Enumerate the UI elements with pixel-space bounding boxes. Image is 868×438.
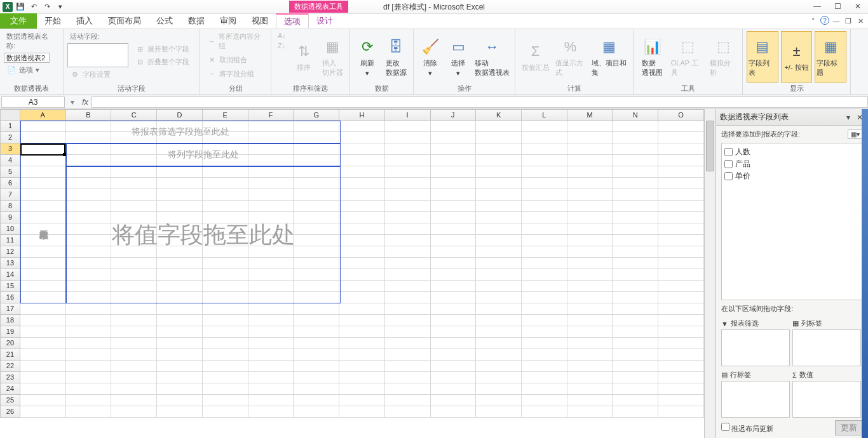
cell[interactable] [248, 121, 294, 132]
row-header[interactable]: 23 [0, 372, 20, 383]
update-button[interactable]: 更新 [835, 420, 863, 435]
cell[interactable] [567, 338, 613, 349]
cell[interactable] [339, 406, 385, 418]
tab-options[interactable]: 选项 [276, 13, 309, 29]
collapse-field-button[interactable]: ⊟折叠整个字段 [132, 56, 192, 67]
cell[interactable] [203, 303, 248, 315]
cell[interactable] [476, 292, 522, 303]
cell[interactable] [66, 338, 112, 349]
cell[interactable] [111, 292, 157, 303]
cell[interactable] [658, 361, 704, 372]
scrollbar-thumb[interactable] [706, 121, 714, 171]
cell[interactable] [203, 395, 248, 406]
cell[interactable] [522, 235, 567, 246]
cell[interactable] [385, 338, 431, 349]
field-item[interactable]: 单价 [724, 170, 860, 182]
cell[interactable] [339, 212, 385, 223]
row-header[interactable]: 2 [0, 132, 20, 143]
cell[interactable] [248, 143, 294, 155]
undo-icon[interactable]: ↶ [28, 1, 39, 13]
cell[interactable] [157, 246, 203, 258]
cell[interactable] [339, 246, 385, 258]
cell[interactable] [431, 269, 477, 281]
cell[interactable] [339, 143, 385, 155]
cell[interactable] [339, 166, 385, 178]
cell[interactable] [385, 178, 431, 189]
col-header[interactable]: H [339, 109, 385, 121]
cell[interactable] [658, 269, 704, 281]
cell[interactable] [66, 212, 112, 223]
row-header[interactable]: 8 [0, 201, 20, 212]
cell[interactable] [431, 121, 477, 132]
col-header[interactable]: J [431, 109, 477, 121]
cell[interactable] [248, 258, 294, 269]
cell[interactable] [476, 178, 522, 189]
col-header[interactable]: O [658, 109, 704, 121]
cell[interactable] [66, 189, 112, 201]
row-header[interactable]: 24 [0, 383, 20, 395]
row-header[interactable]: 15 [0, 281, 20, 292]
cell[interactable] [294, 189, 339, 201]
cell[interactable] [522, 223, 567, 235]
col-header[interactable]: L [522, 109, 567, 121]
cell[interactable] [248, 315, 294, 326]
pivotchart-button[interactable]: 📊数据 透视图 [637, 31, 667, 83]
cell[interactable] [567, 395, 613, 406]
cell[interactable] [339, 155, 385, 166]
cell[interactable] [248, 201, 294, 212]
cell[interactable] [203, 201, 248, 212]
row-header[interactable]: 25 [0, 395, 20, 406]
whatif-button[interactable]: ⬚模拟分析 [709, 31, 738, 83]
cell[interactable] [613, 361, 658, 372]
cell[interactable] [20, 143, 66, 155]
cell[interactable] [613, 155, 658, 166]
cell[interactable] [20, 246, 66, 258]
cell[interactable] [20, 201, 66, 212]
cell[interactable] [522, 383, 567, 395]
ribbon-minimize-icon[interactable]: ˄ [808, 16, 818, 26]
pivot-name-input[interactable] [4, 53, 50, 63]
cell[interactable] [522, 155, 567, 166]
cell[interactable] [66, 383, 112, 395]
cell[interactable] [294, 258, 339, 269]
cell[interactable] [66, 201, 112, 212]
cell[interactable] [613, 166, 658, 178]
cell[interactable] [248, 326, 294, 338]
cell[interactable] [522, 132, 567, 143]
cell[interactable] [613, 246, 658, 258]
field-item[interactable]: 产品 [724, 158, 860, 170]
cell[interactable] [613, 143, 658, 155]
cell[interactable] [248, 372, 294, 383]
cell[interactable] [385, 258, 431, 269]
cell[interactable] [248, 303, 294, 315]
cell[interactable] [248, 292, 294, 303]
cell[interactable] [339, 395, 385, 406]
cell[interactable] [294, 269, 339, 281]
cell[interactable] [20, 281, 66, 292]
cell[interactable] [203, 361, 248, 372]
cell[interactable] [658, 258, 704, 269]
cell[interactable] [613, 212, 658, 223]
cell[interactable] [203, 383, 248, 395]
cell[interactable] [339, 292, 385, 303]
tab-formulas[interactable]: 公式 [149, 13, 180, 29]
cell[interactable] [522, 361, 567, 372]
cell[interactable] [522, 269, 567, 281]
cell[interactable] [431, 326, 477, 338]
cell[interactable] [476, 315, 522, 326]
cell[interactable] [431, 406, 477, 418]
cell[interactable] [339, 383, 385, 395]
row-header[interactable]: 16 [0, 292, 20, 303]
cell[interactable] [66, 166, 112, 178]
cell[interactable] [294, 406, 339, 418]
cell[interactable] [476, 155, 522, 166]
cell[interactable] [385, 361, 431, 372]
cell[interactable] [157, 189, 203, 201]
cell[interactable] [111, 395, 157, 406]
cell[interactable] [20, 395, 66, 406]
cell[interactable] [613, 201, 658, 212]
col-header[interactable]: K [476, 109, 522, 121]
cell[interactable] [658, 406, 704, 418]
cell[interactable] [339, 326, 385, 338]
cell[interactable] [203, 212, 248, 223]
